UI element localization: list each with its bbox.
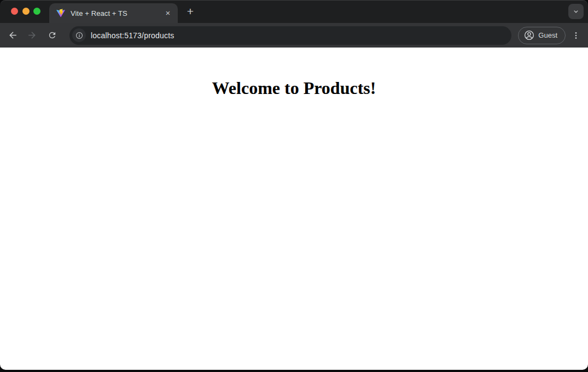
forward-arrow-icon — [27, 30, 37, 40]
window-controls — [11, 8, 40, 15]
reload-icon — [48, 31, 57, 40]
chevron-down-icon — [572, 8, 580, 15]
back-button[interactable] — [4, 27, 21, 44]
tab-title: Vite + React + TS — [71, 9, 162, 17]
tab-close-icon[interactable]: × — [162, 8, 173, 19]
window-minimize-button[interactable] — [22, 8, 30, 15]
browser-window: Vite + React + TS × + — [0, 0, 588, 372]
tab-strip: Vite + React + TS × + — [0, 0, 588, 23]
forward-button[interactable] — [24, 27, 40, 44]
info-icon — [75, 31, 84, 40]
url-text[interactable]: localhost:5173/products — [91, 31, 174, 40]
kebab-menu-icon — [572, 31, 580, 40]
site-info-button[interactable] — [72, 28, 86, 42]
window-close-button[interactable] — [11, 8, 18, 15]
vite-logo-icon — [56, 9, 65, 17]
profile-label: Guest — [538, 31, 557, 39]
browser-toolbar: localhost:5173/products Guest — [0, 23, 588, 48]
address-bar[interactable]: localhost:5173/products — [69, 26, 511, 45]
page-content: Welcome to Products! — [0, 48, 588, 370]
account-avatar-icon — [523, 29, 535, 41]
profile-button[interactable]: Guest — [518, 27, 566, 44]
new-tab-button[interactable]: + — [183, 4, 198, 19]
browser-menu-button[interactable] — [569, 27, 583, 44]
reload-button[interactable] — [44, 27, 60, 44]
back-arrow-icon — [8, 30, 18, 40]
tab-vite-react-ts[interactable]: Vite + React + TS × — [49, 3, 178, 23]
page-title: Welcome to Products! — [0, 78, 588, 98]
window-zoom-button[interactable] — [33, 8, 40, 15]
tab-search-button[interactable] — [568, 4, 584, 19]
